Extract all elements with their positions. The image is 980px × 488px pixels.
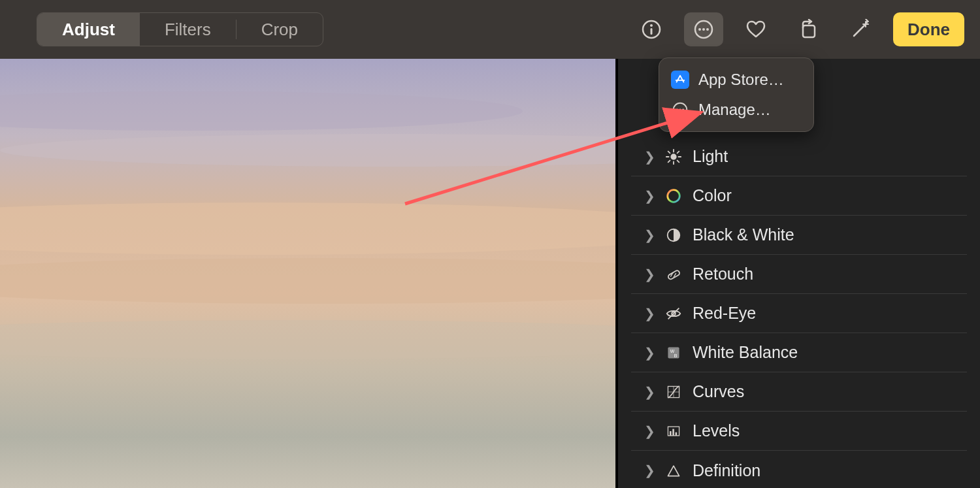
chevron-right-icon: ❯ [644, 188, 655, 204]
adjust-row-curves[interactable]: ❯ Curves [631, 372, 967, 412]
svg-point-16 [679, 109, 681, 111]
definition-icon [664, 461, 683, 480]
adjust-row-label: Retouch [693, 265, 753, 284]
light-icon [664, 147, 683, 167]
retouch-icon [664, 265, 683, 284]
toolbar: Adjust Filters Crop Done [0, 0, 980, 59]
tab-crop[interactable]: Crop [237, 13, 323, 46]
svg-point-6 [706, 28, 709, 31]
rotate-button[interactable] [789, 12, 828, 46]
svg-line-23 [668, 151, 670, 153]
bw-icon [664, 225, 683, 245]
svg-point-18 [670, 154, 676, 159]
mode-segmented-control: Adjust Filters Crop [37, 12, 323, 46]
adjust-row-color[interactable]: ❯ Color [631, 176, 967, 216]
appstore-icon [671, 71, 689, 89]
svg-line-33 [668, 308, 679, 319]
adjust-row-label: Black & White [693, 225, 794, 244]
chevron-right-icon: ❯ [644, 384, 655, 400]
auto-enhance-button[interactable] [841, 12, 880, 46]
popover-item-label: App Store… [698, 71, 784, 89]
svg-rect-2 [651, 28, 653, 35]
svg-point-13 [0, 320, 615, 359]
chevron-right-icon: ❯ [644, 423, 655, 439]
heart-icon [745, 19, 766, 40]
more-circle-icon [671, 101, 689, 119]
svg-point-4 [698, 28, 701, 31]
white-balance-icon: WB [664, 343, 683, 363]
content-area: App Store… Manage… ❯ Light ❯ Color ❯ Bla… [0, 59, 980, 488]
chevron-right-icon: ❯ [644, 345, 655, 361]
adjust-row-label: Red-Eye [693, 304, 756, 323]
more-icon [693, 19, 714, 40]
svg-point-11 [0, 203, 615, 255]
wand-icon [850, 19, 871, 40]
redeye-icon [664, 304, 683, 323]
svg-point-27 [668, 189, 680, 202]
svg-rect-43 [676, 432, 678, 435]
adjust-row-retouch[interactable]: ❯ Retouch [631, 255, 967, 294]
chevron-right-icon: ❯ [644, 267, 655, 282]
toolbar-tools: Done [632, 12, 964, 46]
adjust-row-levels[interactable]: ❯ Levels [631, 412, 967, 451]
rotate-icon [798, 19, 819, 40]
chevron-right-icon: ❯ [644, 463, 655, 478]
adjust-row-label: Levels [693, 421, 740, 440]
svg-text:B: B [674, 353, 678, 357]
info-button[interactable] [632, 12, 671, 46]
popover-item-appstore[interactable]: App Store… [659, 65, 813, 95]
adjust-row-redeye[interactable]: ❯ Red-Eye [631, 294, 967, 333]
image-canvas[interactable] [0, 59, 615, 488]
svg-text:W: W [670, 349, 675, 353]
adjust-row-white-balance[interactable]: ❯ WB White Balance [631, 333, 967, 372]
svg-rect-29 [668, 269, 681, 280]
adjust-row-label: Curves [693, 382, 744, 401]
adjust-row-label: Definition [693, 461, 760, 480]
svg-point-5 [702, 28, 705, 31]
done-button[interactable]: Done [893, 12, 964, 46]
photo-preview [0, 59, 615, 488]
chevron-right-icon: ❯ [644, 149, 655, 165]
adjust-row-label: White Balance [693, 343, 798, 362]
svg-rect-7 [803, 25, 815, 37]
chevron-right-icon: ❯ [644, 227, 655, 243]
adjust-row-label: Light [693, 147, 728, 166]
adjust-row-definition[interactable]: ❯ Definition [631, 451, 967, 488]
svg-rect-41 [670, 431, 672, 436]
adjust-sidebar: App Store… Manage… ❯ Light ❯ Color ❯ Bla… [615, 59, 980, 488]
svg-rect-42 [672, 429, 674, 435]
adjust-row-bw[interactable]: ❯ Black & White [631, 216, 967, 255]
favorite-button[interactable] [736, 12, 776, 46]
curves-icon [664, 382, 683, 402]
more-button[interactable] [684, 12, 723, 46]
adjust-row-light[interactable]: ❯ Light [631, 137, 967, 176]
svg-point-1 [650, 24, 653, 27]
tab-filters[interactable]: Filters [140, 13, 236, 46]
svg-line-24 [678, 160, 679, 162]
svg-line-26 [678, 151, 679, 153]
svg-point-17 [682, 109, 684, 111]
svg-point-15 [676, 109, 678, 111]
info-icon [641, 19, 662, 40]
color-icon [664, 186, 683, 206]
more-popover: App Store… Manage… [659, 57, 814, 132]
svg-line-25 [668, 160, 670, 162]
popover-item-label: Manage… [698, 101, 771, 119]
chevron-right-icon: ❯ [644, 306, 655, 321]
adjust-row-label: Color [693, 186, 732, 205]
levels-icon [664, 421, 683, 441]
tab-adjust[interactable]: Adjust [37, 13, 140, 46]
svg-point-12 [0, 258, 615, 304]
popover-item-manage[interactable]: Manage… [659, 95, 813, 125]
